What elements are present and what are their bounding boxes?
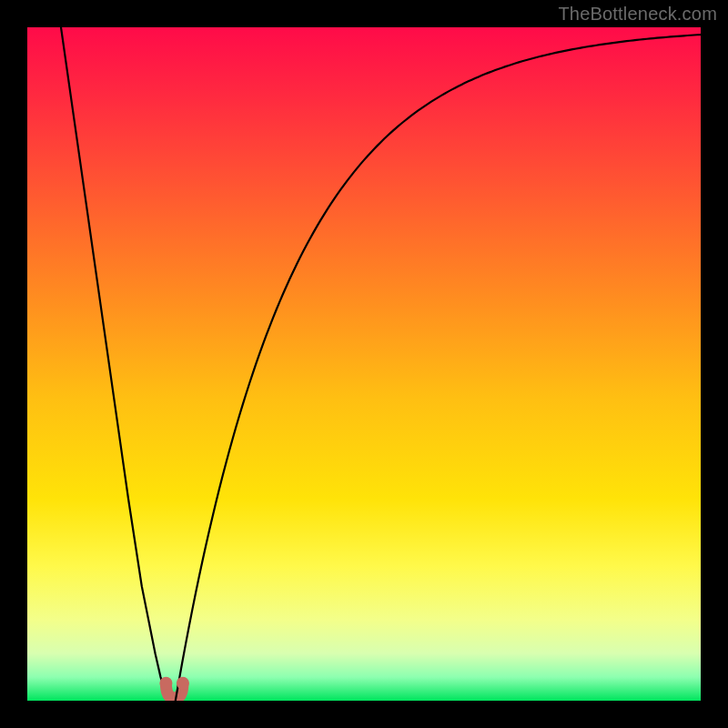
plot-area	[27, 27, 701, 701]
curve-layer	[27, 27, 701, 701]
marker-left	[159, 677, 172, 690]
curve-right-branch	[176, 35, 701, 701]
marker-right	[177, 677, 189, 690]
outer-frame: TheBottleneck.com	[0, 0, 728, 728]
curve-left-branch	[61, 27, 168, 700]
watermark-text: TheBottleneck.com	[558, 4, 717, 25]
